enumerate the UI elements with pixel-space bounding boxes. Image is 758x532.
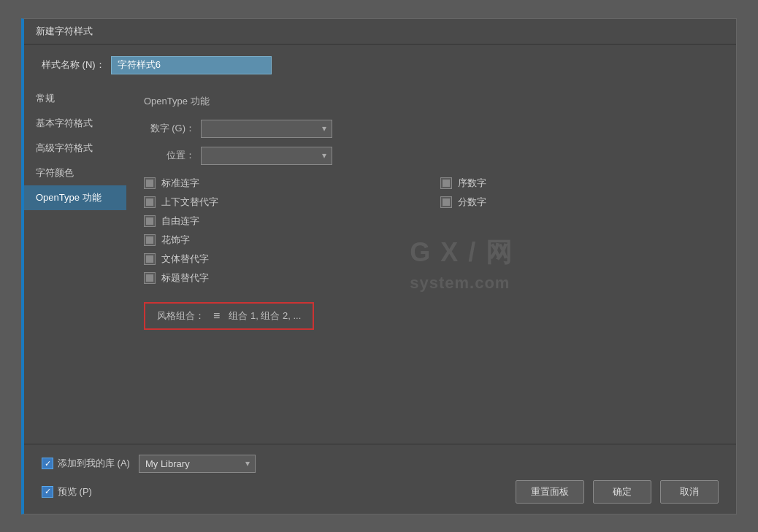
- reset-panel-button[interactable]: 重置面板: [516, 480, 584, 504]
- number-row: 数字 (G)：: [144, 120, 719, 138]
- add-to-library-check[interactable]: 添加到我的库 (A): [42, 457, 130, 470]
- number-select[interactable]: [201, 120, 332, 138]
- sidebar-item-opentype[interactable]: OpenType 功能: [24, 185, 126, 210]
- checkbox-grid: 标准连字 序数字 上下文替代字 分数字: [144, 177, 719, 285]
- style-name-input[interactable]: [111, 56, 272, 74]
- cb-style-alt-box[interactable]: [144, 253, 156, 265]
- style-name-label: 样式名称 (N)：: [42, 58, 105, 72]
- footer-top: 添加到我的库 (A) My Library: [42, 455, 719, 473]
- cb-ord-num[interactable]: 序数字: [440, 177, 719, 190]
- position-label: 位置：: [144, 149, 195, 162]
- footer-right: 重置面板 确定 取消: [516, 480, 719, 504]
- preview-checkbox[interactable]: [42, 486, 53, 498]
- dialog: 新建字符样式 样式名称 (N)： 常规 基本字符格式 高级字符格式 字符颜: [21, 18, 737, 514]
- sidebar-item-general[interactable]: 常规: [24, 86, 126, 111]
- style-name-row: 样式名称 (N)：: [24, 45, 736, 83]
- sidebar-item-advanced-font[interactable]: 高级字符格式: [24, 136, 126, 161]
- library-select-wrapper: My Library: [139, 455, 256, 473]
- cb-swash-box[interactable]: [144, 234, 156, 246]
- cb-ord-num-label: 序数字: [458, 177, 486, 190]
- preview-check[interactable]: 预览 (P): [42, 485, 92, 498]
- cb-free-ligature-label: 自由连字: [161, 215, 199, 228]
- cb-ord-num-box[interactable]: [440, 177, 452, 189]
- sidebar-item-basic-font[interactable]: 基本字符格式: [24, 111, 126, 136]
- add-to-library-checkbox[interactable]: [42, 458, 53, 469]
- cb-free-ligature-box[interactable]: [144, 215, 156, 227]
- style-combo-row: 风格组合： ≡ 组合 1, 组合 2, ...: [144, 302, 314, 330]
- cb-frac-box[interactable]: [440, 196, 452, 208]
- cb-frac[interactable]: 分数字: [440, 196, 719, 209]
- library-select[interactable]: My Library: [139, 455, 256, 473]
- footer-left: 预览 (P): [42, 485, 92, 498]
- cb-style-alt[interactable]: 文体替代字: [144, 252, 719, 266]
- cb-std-ligature-box[interactable]: [144, 177, 156, 189]
- footer-bottom: 预览 (P) 重置面板 确定 取消: [42, 480, 719, 504]
- ok-button[interactable]: 确定: [593, 480, 651, 504]
- cb-ctx-alt[interactable]: 上下文替代字: [144, 196, 423, 209]
- dialog-body: 样式名称 (N)： 常规 基本字符格式 高级字符格式 字符颜色: [24, 45, 736, 514]
- position-select-wrapper: [201, 147, 332, 165]
- cancel-button[interactable]: 取消: [660, 480, 719, 504]
- section-title: OpenType 功能: [144, 95, 719, 108]
- cb-swash[interactable]: 花饰字: [144, 234, 719, 247]
- cb-std-ligature[interactable]: 标准连字: [144, 177, 423, 190]
- content-area: 常规 基本字符格式 高级字符格式 字符颜色 OpenType 功能: [24, 83, 736, 444]
- cb-swash-label: 花饰字: [161, 234, 190, 247]
- cb-titling-alt-box[interactable]: [144, 272, 156, 284]
- sidebar: 常规 基本字符格式 高级字符格式 字符颜色 OpenType 功能: [24, 83, 126, 444]
- style-combo-value: 组合 1, 组合 2, ...: [229, 309, 301, 323]
- cb-std-ligature-label: 标准连字: [161, 177, 199, 190]
- position-select[interactable]: [201, 147, 332, 165]
- style-combo-label: 风格组合：: [157, 309, 204, 323]
- cb-ctx-alt-label: 上下文替代字: [161, 196, 218, 209]
- cb-style-alt-label: 文体替代字: [161, 252, 209, 266]
- cb-titling-alt[interactable]: 标题替代字: [144, 271, 719, 285]
- sidebar-item-char-color[interactable]: 字符颜色: [24, 161, 126, 185]
- cb-free-ligature[interactable]: 自由连字: [144, 215, 719, 228]
- dialog-title: 新建字符样式: [24, 19, 736, 45]
- number-select-wrapper: [201, 120, 332, 138]
- style-combo-icon: ≡: [213, 309, 220, 323]
- cb-ctx-alt-box[interactable]: [144, 196, 156, 208]
- main-panel: G X / 网 system.com OpenType 功能 数字 (G)： 位…: [126, 83, 736, 444]
- cb-frac-label: 分数字: [458, 196, 486, 209]
- position-row: 位置：: [144, 147, 719, 165]
- number-label: 数字 (G)：: [144, 122, 195, 135]
- dialog-footer: 添加到我的库 (A) My Library 预览 (P) 重置面板: [24, 444, 736, 514]
- cb-titling-alt-label: 标题替代字: [161, 271, 209, 285]
